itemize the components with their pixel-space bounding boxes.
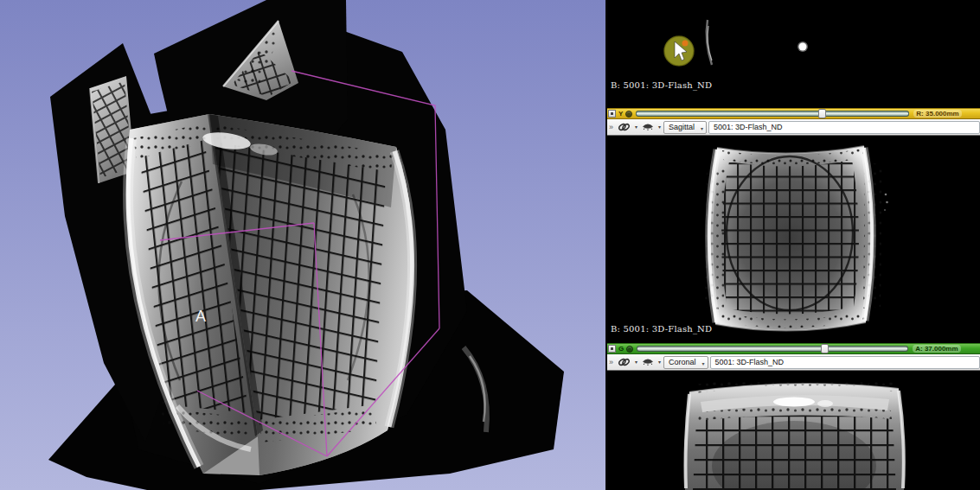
visibility-dot-icon[interactable] [625,111,632,118]
volume-select[interactable]: 5001: 3D-Flash_ND [708,121,980,134]
3d-scene: A [0,0,605,490]
volume-select[interactable]: 5001: 3D-Flash_ND [710,356,980,369]
eye-dropdown-icon[interactable]: ▾ [658,124,661,130]
link-slices-icon[interactable] [616,121,632,134]
eye-dropdown-icon[interactable]: ▾ [658,360,661,365]
phantom-sagittal [705,146,882,331]
visibility-dot-icon[interactable] [626,346,633,353]
slice-view-axial[interactable]: B: 5001: 3D-Flash_ND [607,0,980,108]
volume-label: B: 5001: 3D-Flash_ND [611,324,712,334]
3d-view-canvas[interactable]: A [0,0,605,490]
fiducial-dot [797,41,808,52]
orientation-value: Coronal [669,358,696,366]
axial-slice-image [607,0,980,108]
mouse-cursor-icon [664,36,694,66]
slider-handle[interactable] [818,109,826,118]
volume-label: B: 5001: 3D-Flash_ND [611,80,712,90]
slice-view-sagittal[interactable]: B: 5001: 3D-Flash_ND [607,136,980,343]
orientation-annotation: A [195,308,206,325]
panel-grip-icon[interactable]: » [609,124,613,131]
application-window: A B: 5001: 3D-Flash_ND [0,0,980,490]
sagittal-slice-controller-bar: Y R: 35.000mm [607,108,980,119]
coronal-slice-image [607,371,980,490]
phantom-3d [126,114,413,475]
orientation-value: Sagittal [669,123,695,131]
sagittal-toolbar: » ▾ ▾ Sagittal ▾ 5001: 3D-Flash_ND [607,119,980,136]
link-dropdown-icon[interactable]: ▾ [635,360,637,365]
chevron-down-icon: ▾ [702,360,705,366]
coronal-slice-controller-bar: G A: 37.000mm [607,343,980,354]
slice-view-letter: G [618,346,624,353]
orientation-select[interactable]: Sagittal ▾ [663,121,707,134]
slice-view-coronal[interactable] [607,371,980,490]
sagittal-slice-image [607,136,980,343]
panel-grip-icon[interactable]: » [609,359,613,366]
slice-offset-slider[interactable] [636,111,909,117]
slider-handle[interactable] [821,344,829,353]
visibility-eye-icon[interactable] [640,121,656,134]
link-dropdown-icon[interactable]: ▾ [635,124,637,130]
slice-offset-slider[interactable] [637,346,908,352]
visibility-eye-icon[interactable] [640,356,656,369]
slice-offset-readout: R: 35.000mm [913,110,961,118]
chevron-down-icon: ▾ [701,125,703,131]
slice-panel-column: B: 5001: 3D-Flash_ND Y R: 35.000mm » ▾ [605,0,980,490]
volume-value: 5001: 3D-Flash_ND [715,358,785,366]
phantom-coronal [684,378,905,490]
volume-value: 5001: 3D-Flash_ND [714,123,783,131]
pin-button[interactable] [608,345,616,353]
link-slices-icon[interactable] [616,356,632,369]
slice-offset-readout: A: 37.000mm [913,345,960,353]
coronal-toolbar: » ▾ ▾ Coronal ▾ 5001: 3D-Flash_ND [607,354,980,371]
pin-button[interactable] [608,110,616,118]
orientation-select[interactable]: Coronal ▾ [663,356,708,369]
slice-view-letter: Y [618,111,623,118]
